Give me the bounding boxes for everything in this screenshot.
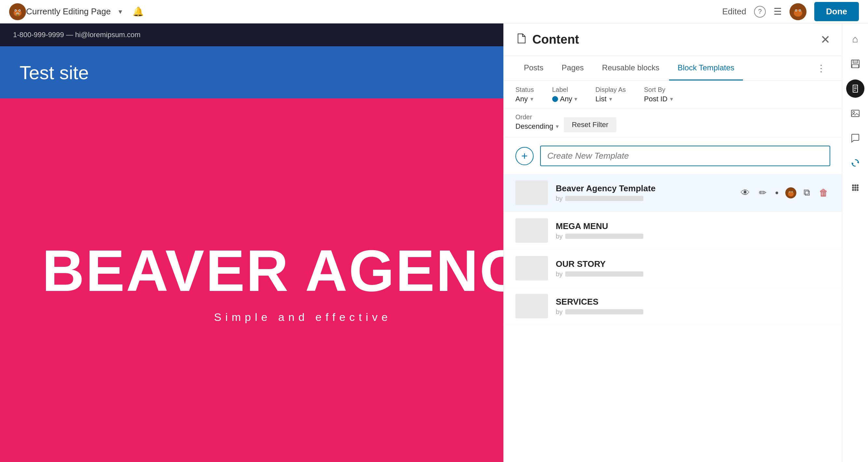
template-thumbnail: [516, 218, 548, 243]
copy-icon[interactable]: ⧉: [802, 185, 812, 200]
hero-subtitle: Simple and effective: [214, 311, 392, 323]
sort-by-label: Sort By: [644, 86, 673, 93]
template-info: SERVICES by: [556, 297, 830, 316]
more-icon[interactable]: [774, 190, 780, 196]
author-blur: [565, 196, 643, 201]
svg-point-4: [15, 10, 16, 11]
topbar: Currently Editing Page ▾ 🔔 Edited ? ☰ Do…: [0, 0, 868, 24]
create-plus-button[interactable]: +: [516, 147, 534, 165]
status-label: Status: [516, 86, 534, 93]
preview-icon[interactable]: 👁: [739, 185, 752, 200]
bell-icon[interactable]: 🔔: [132, 6, 144, 17]
template-thumbnail: [516, 294, 548, 318]
sort-by-select[interactable]: Post ID ▾: [644, 95, 673, 103]
svg-point-25: [854, 184, 856, 186]
delete-icon[interactable]: 🗑: [817, 185, 830, 200]
media-sidebar-icon[interactable]: [846, 104, 864, 122]
svg-marker-23: [852, 163, 854, 165]
sync-sidebar-icon[interactable]: [846, 154, 864, 172]
comments-sidebar-icon[interactable]: [846, 129, 864, 147]
template-actions: 👁 ✏ ⧉ 🗑: [739, 185, 830, 200]
display-as-filter: Display As List ▾: [595, 86, 626, 103]
tab-more-icon[interactable]: ⋮: [812, 60, 830, 77]
order-value: Descending: [516, 122, 553, 131]
order-chevron: ▾: [556, 123, 559, 130]
author-blur: [565, 271, 643, 277]
svg-point-34: [788, 191, 794, 197]
save-sidebar-icon[interactable]: [846, 55, 864, 73]
template-list: Beaver Agency Template by 👁 ✏: [504, 174, 842, 462]
close-icon[interactable]: ✕: [820, 33, 830, 47]
svg-point-32: [857, 189, 859, 191]
template-item: SERVICES by: [504, 287, 842, 325]
template-item: OUR STORY by: [504, 250, 842, 287]
svg-marker-22: [857, 161, 859, 163]
template-thumbnail: [516, 180, 548, 205]
label-filter: Label Any ▾: [552, 86, 577, 103]
svg-point-12: [796, 10, 797, 11]
template-info: Beaver Agency Template by: [556, 183, 731, 202]
template-item: MEGA MENU by: [504, 212, 842, 250]
svg-point-5: [19, 10, 20, 11]
template-info: OUR STORY by: [556, 259, 830, 278]
order-label: Order: [516, 113, 559, 121]
svg-point-29: [857, 187, 859, 189]
hero-title: BEAVER AGENCY: [42, 237, 564, 304]
tab-posts[interactable]: Posts: [516, 56, 552, 81]
edit-icon[interactable]: ✏: [757, 185, 768, 200]
author-blur: [565, 234, 643, 239]
panel-title: Content: [532, 33, 820, 47]
status-select[interactable]: Any ▾: [516, 95, 534, 103]
chevron-down-icon[interactable]: ▾: [119, 7, 122, 16]
help-icon[interactable]: ?: [754, 6, 766, 18]
order-select[interactable]: Descending ▾: [516, 122, 559, 131]
svg-rect-7: [17, 15, 19, 16]
svg-point-27: [852, 187, 854, 189]
svg-point-9: [794, 9, 802, 17]
site-name: Test site: [20, 62, 89, 83]
done-button[interactable]: Done: [814, 2, 859, 21]
avatar[interactable]: [789, 3, 806, 20]
grid-sidebar-icon[interactable]: [846, 178, 864, 197]
reset-filter-button[interactable]: Reset Filter: [564, 117, 616, 132]
template-thumbnail: [516, 256, 548, 281]
template-item: Beaver Agency Template by 👁 ✏: [504, 174, 842, 212]
label-value: Any: [560, 95, 572, 103]
edited-status: Edited: [722, 6, 746, 17]
content-sidebar-icon[interactable]: [846, 80, 864, 98]
svg-rect-16: [852, 64, 859, 68]
display-as-select[interactable]: List ▾: [595, 95, 626, 103]
display-as-chevron: ▾: [609, 95, 612, 103]
avatar-icon[interactable]: [785, 187, 796, 198]
svg-point-13: [800, 10, 801, 11]
tab-block-templates[interactable]: Block Templates: [669, 56, 743, 81]
home-sidebar-icon[interactable]: ⌂: [846, 30, 864, 48]
sort-by-filter: Sort By Post ID ▾: [644, 86, 673, 103]
template-by: by: [556, 270, 830, 278]
logo[interactable]: [9, 3, 26, 20]
svg-point-28: [854, 187, 856, 189]
radio-indicator: [552, 96, 558, 102]
template-name: MEGA MENU: [556, 221, 830, 231]
svg-point-24: [852, 184, 854, 186]
template-info: MEGA MENU by: [556, 221, 830, 240]
status-value: Any: [516, 95, 528, 103]
order-filter: Order Descending ▾: [516, 113, 559, 131]
sort-by-value: Post ID: [644, 95, 668, 103]
label-label: Label: [552, 86, 577, 93]
sort-by-chevron: ▾: [670, 95, 673, 103]
template-name: SERVICES: [556, 297, 830, 307]
template-by: by: [556, 195, 731, 202]
svg-point-38: [792, 192, 793, 192]
tab-pages[interactable]: Pages: [553, 56, 592, 81]
tab-reusable-blocks[interactable]: Reusable blocks: [593, 56, 668, 81]
menu-icon[interactable]: ☰: [774, 6, 782, 17]
template-name: OUR STORY: [556, 259, 830, 269]
status-chevron: ▾: [530, 95, 533, 103]
contact-info: 1-800-999-9999 — hi@loremipsum.com: [13, 31, 141, 39]
panel-tabs: Posts Pages Reusable blocks Block Templa…: [504, 56, 842, 81]
right-sidebar: ⌂: [842, 24, 868, 462]
create-template-input[interactable]: [540, 146, 830, 166]
svg-point-30: [852, 189, 854, 191]
label-select[interactable]: Any ▾: [552, 95, 577, 103]
